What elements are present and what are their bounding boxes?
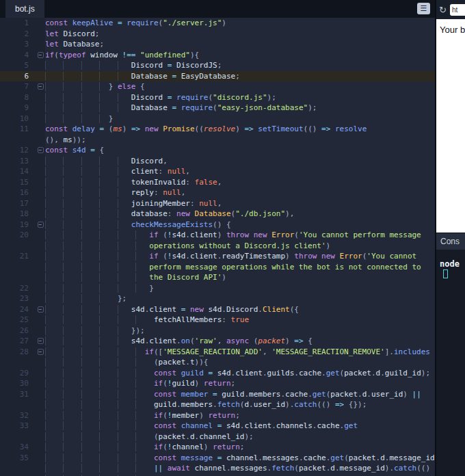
code-line[interactable]: 6 Database = EasyDatabase; bbox=[0, 71, 435, 82]
code-line[interactable]: 15 tokenInvalid: false, bbox=[0, 177, 435, 188]
line-number[interactable]: 7 bbox=[0, 81, 36, 92]
line-number[interactable]: 3 bbox=[0, 39, 36, 50]
code-line[interactable]: || await channel.messages.fetch(packet.d… bbox=[0, 463, 435, 474]
code-line[interactable]: (packet.t)){ bbox=[0, 357, 435, 368]
line-number[interactable] bbox=[0, 272, 36, 283]
line-number[interactable]: 22 bbox=[0, 283, 36, 294]
code-line[interactable]: 23 }; bbox=[0, 293, 435, 304]
url-bar[interactable]: ht bbox=[450, 4, 465, 16]
fold-marker-icon[interactable]: − bbox=[38, 83, 44, 90]
code-line[interactable]: 5 Discord = DiscordJS; bbox=[0, 60, 435, 71]
code-line[interactable]: 9 Database = require("easy-json-database… bbox=[0, 103, 435, 114]
fold-marker-icon[interactable]: − bbox=[38, 349, 44, 355]
line-number[interactable]: 5 bbox=[0, 60, 36, 71]
code-line[interactable]: 10 } bbox=[0, 114, 435, 124]
line-number[interactable]: 31 bbox=[0, 389, 36, 400]
line-number[interactable] bbox=[0, 432, 36, 442]
code-line[interactable]: perform message operations while the bot… bbox=[0, 262, 435, 273]
code-line[interactable]: 14 client: null, bbox=[0, 166, 435, 177]
code-line[interactable]: 8 Discord = require("discord.js"); bbox=[0, 92, 435, 103]
line-number[interactable]: 1 bbox=[0, 18, 36, 29]
code-line[interactable]: => {}); bbox=[0, 474, 435, 476]
code-line[interactable]: 29 const guild = s4d.client.guilds.cache… bbox=[0, 368, 435, 379]
line-number[interactable]: 2 bbox=[0, 29, 36, 40]
code-line[interactable]: 24− s4d.client = new s4d.Discord.Client(… bbox=[0, 304, 435, 315]
fold-marker-icon[interactable]: − bbox=[38, 222, 44, 228]
line-number[interactable]: 25 bbox=[0, 315, 36, 326]
terminal[interactable]: node bbox=[436, 250, 465, 476]
code-line[interactable]: 20 if (!s4d.client) throw new Error('You… bbox=[0, 230, 435, 241]
code-line[interactable]: 18 database: new Database("./db.json"), bbox=[0, 209, 435, 220]
line-number[interactable]: 9 bbox=[0, 103, 36, 114]
code-line[interactable]: 13 Discord, bbox=[0, 156, 435, 167]
code-line[interactable]: 34 if(!channel) return; bbox=[0, 442, 435, 453]
code-line[interactable]: 2let Discord; bbox=[0, 29, 435, 40]
fold-marker-icon[interactable]: − bbox=[38, 306, 44, 313]
line-number[interactable]: 14 bbox=[0, 166, 36, 177]
line-number[interactable]: 23 bbox=[0, 293, 36, 304]
code-line[interactable]: 11const delay = (ms) => new Promise((res… bbox=[0, 124, 435, 135]
fold-marker-icon[interactable]: − bbox=[38, 147, 44, 153]
line-number[interactable]: 20 bbox=[0, 230, 36, 241]
code-line[interactable]: 27− s4d.client.on('raw', async (packet) … bbox=[0, 336, 435, 347]
code-line[interactable]: 16 reply: null, bbox=[0, 187, 435, 198]
code-area[interactable]: 1const keepAlive = require("./server.js"… bbox=[0, 18, 435, 476]
code-line[interactable]: 19− checkMessageExists() { bbox=[0, 220, 435, 230]
line-number[interactable]: 26 bbox=[0, 326, 36, 336]
line-number[interactable]: 19 bbox=[0, 220, 36, 230]
editor-menu-button[interactable]: ☰ bbox=[417, 3, 430, 14]
code-line[interactable]: 21 if (!s4d.client.readyTimestamp) throw… bbox=[0, 251, 435, 262]
line-number[interactable]: 10 bbox=[0, 114, 36, 124]
line-number[interactable]: 29 bbox=[0, 368, 36, 379]
fold-marker-icon[interactable]: − bbox=[38, 52, 44, 58]
line-number[interactable]: 11 bbox=[0, 124, 36, 135]
tab-botjs[interactable]: bot.js bbox=[5, 0, 44, 18]
line-number[interactable]: 34 bbox=[0, 442, 36, 453]
code-line[interactable]: (), ms)); bbox=[0, 135, 435, 146]
code-line[interactable]: the Discord API') bbox=[0, 272, 435, 283]
fold-marker-icon[interactable]: − bbox=[38, 338, 44, 344]
line-number[interactable] bbox=[0, 474, 36, 476]
line-number[interactable]: 30 bbox=[0, 378, 36, 389]
line-number[interactable] bbox=[0, 463, 36, 474]
line-number[interactable]: 12 bbox=[0, 145, 36, 156]
line-number[interactable]: 17 bbox=[0, 198, 36, 209]
line-number[interactable]: 21 bbox=[0, 251, 36, 262]
line-number[interactable]: 8 bbox=[0, 92, 36, 103]
line-number[interactable] bbox=[0, 357, 36, 368]
line-number[interactable] bbox=[0, 262, 36, 273]
line-number[interactable]: 27 bbox=[0, 336, 36, 347]
code-line[interactable]: 33 const channel = s4d.client.channels.c… bbox=[0, 421, 435, 432]
code-line[interactable]: 12−const s4d = { bbox=[0, 145, 435, 156]
line-number[interactable]: 4 bbox=[0, 50, 36, 61]
code-line[interactable]: 22 } bbox=[0, 283, 435, 294]
code-line[interactable]: 30 if(!guild) return; bbox=[0, 378, 435, 389]
code-line[interactable]: (packet.d.channel_id); bbox=[0, 432, 435, 442]
line-number[interactable] bbox=[0, 241, 36, 252]
code-line[interactable]: 7− } else { bbox=[0, 81, 435, 92]
line-number[interactable]: 32 bbox=[0, 410, 36, 421]
line-number[interactable]: 13 bbox=[0, 156, 36, 167]
code-line[interactable]: 4−if(typeof window !== "undefined"){ bbox=[0, 50, 435, 61]
code-line[interactable]: 3let Database; bbox=[0, 39, 435, 50]
refresh-icon[interactable]: ↻ bbox=[439, 5, 447, 14]
line-number[interactable]: 15 bbox=[0, 177, 36, 188]
line-number[interactable]: 16 bbox=[0, 187, 36, 198]
line-number[interactable]: 24 bbox=[0, 304, 36, 315]
line-number[interactable]: 35 bbox=[0, 453, 36, 464]
console-header[interactable]: Cons bbox=[436, 233, 465, 250]
code-line[interactable]: 26 }); bbox=[0, 326, 435, 336]
line-number[interactable]: 6 bbox=[0, 71, 36, 82]
line-number[interactable]: 18 bbox=[0, 209, 36, 220]
line-number[interactable]: 33 bbox=[0, 421, 36, 432]
line-number[interactable]: 28 bbox=[0, 347, 36, 358]
code-line[interactable]: 32 if(!member) return; bbox=[0, 410, 435, 421]
code-line[interactable]: 28− if(['MESSAGE_REACTION_ADD', 'MESSAGE… bbox=[0, 347, 435, 358]
code-line[interactable]: 25 fetchAllMembers: true bbox=[0, 315, 435, 326]
code-line[interactable]: 1const keepAlive = require("./server.js"… bbox=[0, 18, 435, 29]
code-line[interactable]: operations without a Discord.js client') bbox=[0, 241, 435, 252]
code-line[interactable]: 17 joiningMember: null, bbox=[0, 198, 435, 209]
line-number[interactable] bbox=[0, 135, 36, 146]
code-line[interactable]: guild.members.fetch(d.user_id).catch(() … bbox=[0, 399, 435, 410]
code-line[interactable]: 31 const member = guild.members.cache.ge… bbox=[0, 389, 435, 400]
